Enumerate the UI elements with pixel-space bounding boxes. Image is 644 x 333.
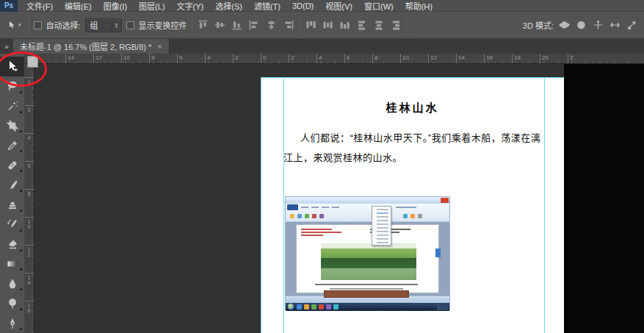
tool-preset-picker[interactable]: ▾	[4, 19, 24, 31]
distribute-horizontal-centers-icon[interactable]	[373, 19, 386, 31]
word-text-line	[330, 288, 403, 290]
3d-pan-icon[interactable]	[591, 19, 604, 31]
ruler-label: 14	[25, 273, 34, 301]
toolbar-collapse-button[interactable]: »	[0, 39, 13, 54]
distribute-top-edges-icon[interactable]	[305, 19, 318, 31]
auto-select-target-value: 组	[86, 19, 112, 31]
ruler-label: 16	[25, 301, 34, 329]
embedded-word-screenshot[interactable]	[285, 196, 450, 310]
history-brush-tool[interactable]	[0, 215, 24, 234]
word-ribbon-tab	[322, 207, 329, 208]
canvas-area[interactable]: 桂林山水 人们都说：“桂林山水甲天下。”我们乘着木船，荡漾在漓 江上，来观赏桂林…	[35, 64, 644, 333]
word-text-line	[301, 234, 323, 236]
blur-tool[interactable]	[0, 273, 24, 293]
workspace-void	[564, 64, 644, 333]
guide-vertical[interactable]	[283, 77, 284, 333]
distribute-vertical-centers-icon[interactable]	[322, 19, 335, 31]
3d-slide-icon[interactable]	[608, 19, 621, 31]
align-left-edges-icon[interactable]	[248, 19, 261, 31]
word-ribbon	[286, 204, 449, 222]
ruler-label: 12	[93, 54, 121, 63]
ribbon-button	[410, 214, 415, 218]
3d-roll-icon[interactable]	[574, 19, 587, 31]
3d-rotate-icon[interactable]	[557, 19, 571, 31]
word-selection-mark	[435, 248, 441, 257]
3d-scale-icon[interactable]	[625, 19, 638, 31]
document-page[interactable]: 桂林山水 人们都说：“桂林山水甲天下。”我们乘着木船，荡漾在漓 江上，来观赏桂林…	[261, 77, 564, 333]
3d-mode-label: 3D 模式:	[523, 19, 554, 31]
show-transform-checkbox[interactable]	[126, 21, 134, 29]
vertical-ruler[interactable]: 0246810121416	[25, 64, 35, 333]
guide-horizontal[interactable]	[261, 77, 564, 78]
ruler-label: 4	[205, 54, 233, 63]
gradient-tool[interactable]	[0, 254, 24, 274]
document-tab[interactable]: 未标题-1 @ 16.7% (图层 2, RGB/8) * ×	[13, 39, 170, 54]
ruler-label: 8	[149, 54, 177, 63]
menu-item[interactable]: 滤镜(T)	[248, 0, 286, 11]
distribute-right-edges-icon[interactable]	[390, 19, 403, 31]
guide-vertical[interactable]	[261, 77, 261, 333]
menu-item[interactable]: 选择(S)	[209, 0, 248, 11]
clone-stamp-tool[interactable]	[0, 195, 24, 215]
spot-healing-brush-tool[interactable]	[0, 155, 24, 175]
taskbar-clock	[437, 304, 449, 310]
pen-tool[interactable]	[0, 313, 24, 333]
ribbon-button	[297, 214, 302, 218]
show-transform-label: 显示变换控件	[139, 19, 187, 31]
taskbar-app-icon	[333, 304, 339, 309]
move-cursor-icon	[7, 21, 16, 29]
3d-mode-group: 3D 模式:	[523, 19, 638, 31]
ruler-label: 10	[25, 217, 34, 245]
menu-items: 文件(F)编辑(E)图像(I)图层(L)文字(Y)选择(S)滤镜(T)3D(D)…	[21, 0, 438, 11]
auto-select-target-dropdown[interactable]: 组 ▲▼	[85, 18, 122, 32]
taskbar-app-icon	[304, 304, 309, 309]
menu-item[interactable]: 文字(Y)	[171, 0, 210, 11]
horizontal-ruler[interactable]: 1412108642024681012141618202	[35, 54, 644, 64]
document-title-text: 桂林山水	[261, 99, 564, 115]
ribbon-button	[290, 214, 294, 218]
ruler-origin-box[interactable]	[27, 56, 38, 68]
word-file-tab	[287, 204, 298, 210]
guide-vertical[interactable]	[544, 77, 545, 333]
menu-item[interactable]: 图像(I)	[98, 0, 133, 11]
distribute-bottom-edges-icon[interactable]	[339, 19, 352, 31]
ruler-label: 8	[25, 189, 34, 217]
ribbon-button	[418, 214, 422, 218]
ruler-label: 18	[512, 54, 540, 63]
align-top-edges-icon[interactable]	[197, 19, 210, 31]
eyedropper-tool[interactable]	[0, 135, 24, 155]
eraser-tool[interactable]	[0, 234, 24, 254]
document-body-line: 江上，来观赏桂林的山水。	[283, 150, 402, 164]
move-tool[interactable]	[0, 57, 24, 76]
menu-item[interactable]: 图层(L)	[133, 0, 170, 11]
divider	[300, 15, 300, 35]
quick-selection-tool[interactable]	[0, 96, 24, 116]
menu-item[interactable]: 3D(D)	[286, 0, 319, 11]
taskbar-app-icon	[326, 304, 331, 309]
crop-tool[interactable]	[0, 116, 24, 136]
tools-panel	[0, 54, 25, 333]
ruler-label: 6	[177, 54, 205, 63]
align-right-edges-icon[interactable]	[282, 19, 295, 31]
dodge-tool[interactable]	[0, 293, 24, 313]
dropdown-stepper-icon: ▲▼	[112, 19, 121, 32]
brush-tool[interactable]	[0, 175, 24, 195]
menu-item[interactable]: 视图(V)	[319, 0, 358, 11]
menu-item[interactable]: 窗口(W)	[358, 0, 399, 11]
menu-item[interactable]: 帮助(H)	[399, 0, 438, 11]
chevron-down-icon: ▾	[18, 22, 21, 28]
align-vertical-centers-icon[interactable]	[214, 19, 227, 31]
menu-item[interactable]: 编辑(E)	[59, 0, 98, 11]
ruler-label: 2	[233, 54, 261, 63]
ribbon-button	[319, 214, 324, 218]
auto-select-checkbox[interactable]	[34, 21, 42, 29]
align-horizontal-centers-icon[interactable]	[265, 19, 278, 31]
ruler-label: 14	[65, 54, 93, 63]
align-bottom-edges-icon[interactable]	[231, 19, 244, 31]
word-ribbon-tab	[332, 207, 339, 208]
lasso-tool[interactable]	[0, 76, 24, 96]
ruler-label: 8	[372, 54, 400, 63]
tab-close-icon[interactable]: ×	[157, 42, 162, 51]
menu-item[interactable]: 文件(F)	[21, 0, 59, 11]
distribute-left-edges-icon[interactable]	[356, 19, 369, 31]
